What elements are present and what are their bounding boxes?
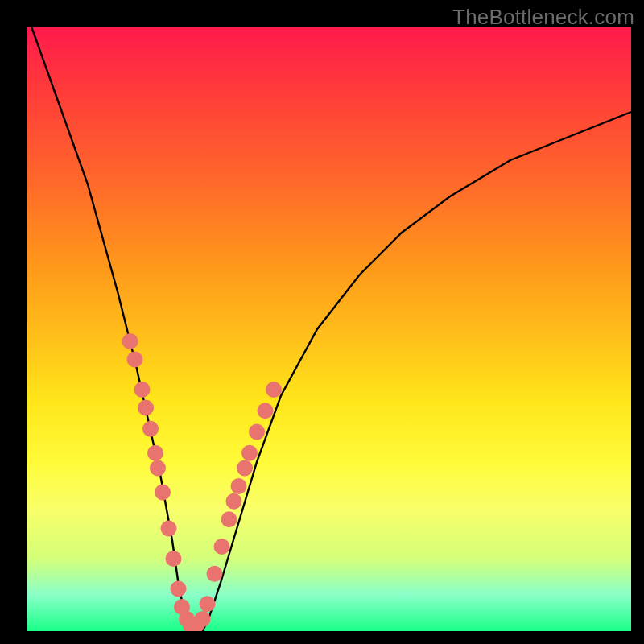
scatter-dot	[195, 611, 211, 627]
scatter-dot	[147, 445, 163, 461]
plot-area	[27, 27, 631, 631]
scatter-dot	[134, 382, 151, 398]
scatter-dot	[249, 424, 265, 440]
scatter-dot	[127, 352, 143, 368]
scatter-dot	[142, 421, 159, 437]
scatter-dot	[161, 521, 177, 537]
scatter-dot	[231, 478, 247, 494]
scatter-dot	[171, 581, 187, 597]
scatter-dot	[214, 539, 230, 555]
scatter-dot	[221, 511, 237, 527]
chart-svg	[27, 27, 631, 631]
scatter-dot	[155, 485, 171, 501]
scatter-dot	[258, 402, 274, 419]
scatter-dot	[226, 493, 242, 510]
scatter-dot	[242, 445, 258, 461]
scatter-dot	[122, 333, 138, 349]
scatter-dots	[122, 333, 283, 631]
outer-frame: TheBottleneck.com	[0, 0, 644, 644]
scatter-dot	[200, 596, 216, 612]
scatter-dot	[150, 460, 166, 477]
bottleneck-curve	[27, 27, 631, 631]
scatter-dot	[266, 382, 282, 398]
scatter-dot	[237, 460, 253, 477]
scatter-dot	[207, 566, 223, 582]
watermark-text: TheBottleneck.com	[452, 5, 634, 30]
scatter-dot	[166, 551, 182, 567]
scatter-dot	[138, 400, 154, 416]
